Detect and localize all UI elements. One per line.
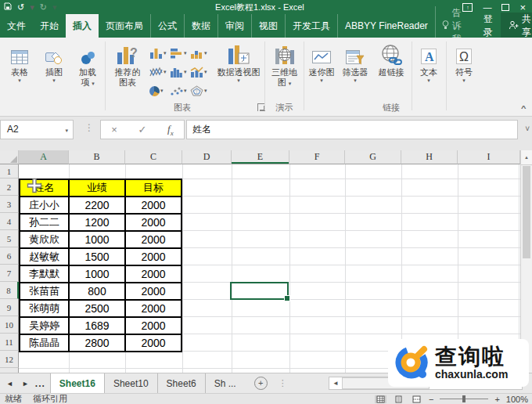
row-header-7[interactable]: 7 [0,265,19,282]
table-cell[interactable]: 2000 [126,215,182,232]
close-icon[interactable]: × [519,2,526,13]
page-layout-view-icon[interactable] [393,395,404,403]
tab-insert[interactable]: 插入 [66,14,99,38]
tab-home[interactable]: 开始 [33,14,66,38]
row-header-1[interactable]: 1 [0,164,19,179]
zoom-level[interactable]: 100% [506,395,528,404]
row-header-10[interactable]: 10 [0,316,19,334]
share-button[interactable]: 共享 [501,13,532,39]
hierarchy-chart-button[interactable]: ▾ [190,44,210,63]
save-icon[interactable] [4,2,12,12]
table-cell[interactable]: 2000 [126,249,182,266]
row-header-4[interactable]: 4 [0,213,19,230]
table-cell[interactable]: 2000 [126,335,182,352]
fill-handle[interactable] [284,295,290,301]
zoom-out-icon[interactable]: − [429,395,433,404]
table-cell[interactable]: 1689 [70,318,126,335]
bar-chart-button[interactable]: ▾ [170,44,190,63]
undo-icon[interactable]: ↺ [17,3,24,12]
table-cell[interactable]: 2000 [126,266,182,283]
row-header-9[interactable]: 9 [0,299,19,316]
3d-map-button[interactable]: 三维地 图 ▾ [267,41,302,88]
add-sheet-icon[interactable]: + [254,377,268,390]
row-header-11[interactable]: 11 [0,334,19,351]
normal-view-icon[interactable] [375,395,386,403]
table-cell[interactable]: 2500 [70,301,126,318]
collapse-ribbon-icon[interactable]: ^ [521,104,526,112]
zoom-slider[interactable] [440,395,488,403]
row-header-5[interactable]: 5 [0,230,19,247]
column-header-f[interactable]: F [289,150,345,164]
tab-developer[interactable]: 开发工具 [286,14,338,38]
scroll-up-icon[interactable]: ▲ [521,150,532,165]
sparklines-button[interactable]: 迷你图 ▾ [306,41,337,84]
column-header-h[interactable]: H [401,150,458,164]
prev-sheet-icon[interactable]: ◄ [6,380,13,388]
addins-button[interactable]: 加载 项 ▾ [72,41,103,88]
minimize-icon[interactable]: — [483,2,491,12]
table-cell[interactable]: 李默默 [20,266,70,283]
column-header-b[interactable]: B [69,150,125,164]
formula-input[interactable]: 姓名 [186,120,518,139]
symbols-button[interactable]: Ω 符号 ▾ [448,41,480,84]
table-cell[interactable]: 2000 [126,197,182,215]
table-header-cell[interactable]: 业绩 [70,180,126,197]
tab-data[interactable]: 数据 [185,14,218,38]
table-cell[interactable]: 孙二二 [20,215,70,232]
text-button[interactable]: A 文本 ▾ [414,41,444,84]
column-header-a[interactable]: A [19,150,69,164]
row-header-3[interactable]: 3 [0,196,19,213]
tab-page-layout[interactable]: 页面布局 [99,14,151,38]
tab-file[interactable]: 文件 [0,14,33,38]
zoom-in-icon[interactable]: + [494,395,499,404]
next-sheet-icon[interactable]: ► [22,380,29,388]
table-cell[interactable]: 赵敏敏 [20,249,70,266]
tables-button[interactable]: 表格 ▾ [3,41,36,84]
line-chart-button[interactable]: ▾ [149,63,170,81]
vertical-scroll-thumb[interactable] [523,166,530,258]
select-all-corner[interactable] [0,150,19,164]
sheet-tab-sheet6[interactable]: Sheet6 [158,373,206,393]
table-cell[interactable]: 2800 [70,335,126,352]
table-cell[interactable]: 2000 [126,232,182,249]
hyperlink-button[interactable]: 超链接 [374,41,408,78]
column-header-c[interactable]: C [125,150,182,164]
column-chart-button[interactable]: ▾ [149,44,170,63]
table-cell[interactable]: 陈晶晶 [20,335,70,352]
page-break-view-icon[interactable] [411,395,422,403]
insert-function-icon[interactable]: fx [167,123,174,137]
table-cell[interactable]: 2000 [126,318,182,335]
row-header-2[interactable]: 2 [0,179,19,196]
row-header-8[interactable]: 8 [0,282,19,299]
sheet-tab-sheet10[interactable]: Sheet10 [105,373,158,393]
radar-chart-button[interactable]: ▾ [190,81,210,100]
table-cell[interactable]: 2000 [126,301,182,318]
qat-customize-icon[interactable]: ▾ [52,3,57,12]
name-box[interactable]: A2 ▾ [0,120,74,139]
tab-view[interactable]: 视图 [252,14,286,38]
sign-in-button[interactable]: 登录 [476,13,501,39]
histogram-chart-button[interactable]: ▾ [170,63,190,81]
zoom-slider-thumb[interactable] [462,395,466,402]
table-cell[interactable]: 1000 [70,266,126,283]
tab-review[interactable]: 审阅 [218,14,252,38]
maximize-icon[interactable] [501,4,509,11]
table-cell[interactable]: 吴婷婷 [20,318,70,335]
table-cell[interactable]: 2200 [70,197,126,215]
cancel-icon[interactable]: × [111,124,117,135]
row-header-6[interactable]: 6 [0,247,19,265]
expand-formula-bar-icon[interactable]: ˅ [525,124,530,133]
table-cell[interactable]: 庄小小 [20,197,70,215]
table-cell[interactable]: 张萌萌 [20,301,70,318]
column-header-e[interactable]: E [232,150,289,164]
row-header-13[interactable]: 13 [0,368,19,373]
scroll-left-icon[interactable]: ◄ [329,380,342,387]
column-header-g[interactable]: G [345,150,401,164]
slicers-button[interactable]: 筛选器 ▾ [339,41,372,84]
enter-icon[interactable]: ✓ [138,124,147,135]
table-cell[interactable]: 1500 [70,249,126,266]
row-header-12[interactable]: 12 [0,351,19,368]
table-cell[interactable]: 2000 [126,283,182,301]
column-header-i[interactable]: I [458,150,520,164]
sheet-tab-sheet16[interactable]: Sheet16 [50,373,105,393]
